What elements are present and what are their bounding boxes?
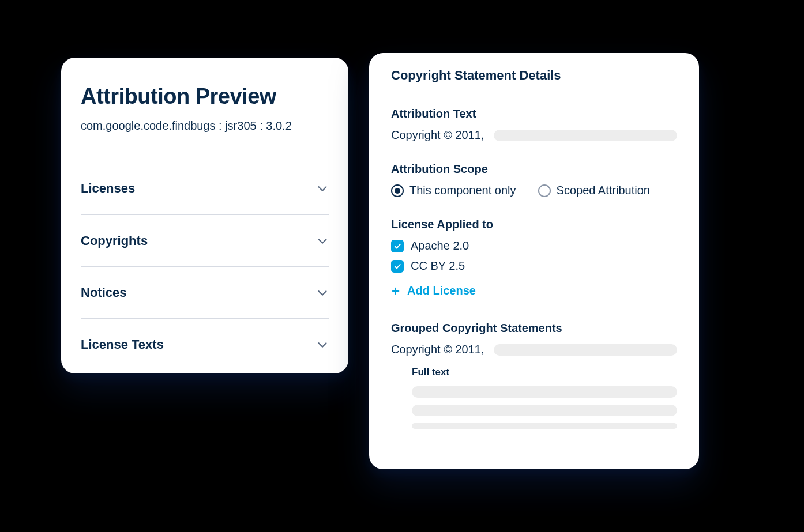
accordion-label: Notices: [81, 285, 126, 300]
redacted-placeholder: [412, 386, 677, 398]
accordion-item-notices[interactable]: Notices: [81, 266, 329, 318]
accordion-item-license-texts[interactable]: License Texts: [81, 318, 329, 370]
panel-title: Copyright Statement Details: [391, 68, 677, 83]
panel-title: Attribution Preview: [81, 84, 329, 109]
grouped-statement-value: Copyright © 2011,: [391, 343, 484, 356]
radio-icon: [391, 184, 404, 197]
radio-icon: [538, 184, 551, 197]
component-coordinates: com.google.code.findbugs : jsr305 : 3.0.…: [81, 119, 329, 133]
radio-label: Scoped Attribution: [557, 184, 650, 197]
accordion-label: Licenses: [81, 181, 135, 196]
redacted-placeholder: [412, 423, 677, 429]
grouped-statement-row: Copyright © 2011,: [391, 343, 677, 356]
accordion-label: Copyrights: [81, 233, 148, 248]
attribution-scope-label: Attribution Scope: [391, 163, 677, 176]
accordion-item-licenses[interactable]: Licenses: [81, 163, 329, 214]
checkbox-label: CC BY 2.5: [411, 259, 465, 273]
redacted-placeholder: [494, 344, 678, 356]
add-license-label: Add License: [407, 284, 476, 297]
attribution-preview-panel: Attribution Preview com.google.code.find…: [61, 58, 348, 373]
plus-icon: [391, 286, 400, 296]
chevron-down-icon: [316, 235, 329, 247]
add-license-button[interactable]: Add License: [391, 284, 677, 297]
attribution-text-label: Attribution Text: [391, 107, 677, 120]
grouped-statements-label: Grouped Copyright Statements: [391, 322, 677, 335]
chevron-down-icon: [316, 286, 329, 299]
full-text-label: Full text: [412, 367, 677, 378]
accordion: Licenses Copyrights Notices License Text…: [81, 163, 329, 370]
copyright-details-panel: Copyright Statement Details Attribution …: [369, 53, 699, 469]
scope-radio-group: This component only Scoped Attribution: [391, 184, 677, 197]
radio-option-this-component[interactable]: This component only: [391, 184, 516, 197]
radio-label: This component only: [409, 184, 516, 197]
accordion-label: License Texts: [81, 337, 164, 352]
chevron-down-icon: [316, 182, 329, 195]
redacted-placeholder: [412, 405, 677, 416]
license-applied-label: License Applied to: [391, 218, 677, 231]
checkbox-label: Apache 2.0: [411, 239, 469, 252]
checkbox-checked-icon: [391, 260, 404, 273]
accordion-item-copyrights[interactable]: Copyrights: [81, 214, 329, 266]
license-checkbox-list: Apache 2.0 CC BY 2.5: [391, 239, 677, 273]
license-checkbox-ccby[interactable]: CC BY 2.5: [391, 259, 677, 273]
attribution-text-value: Copyright © 2011,: [391, 129, 484, 142]
radio-option-scoped[interactable]: Scoped Attribution: [538, 184, 650, 197]
chevron-down-icon: [316, 338, 329, 351]
redacted-placeholder: [494, 130, 678, 141]
full-text-placeholder-block: [412, 386, 677, 429]
attribution-text-row: Copyright © 2011,: [391, 129, 677, 142]
license-checkbox-apache[interactable]: Apache 2.0: [391, 239, 677, 252]
checkbox-checked-icon: [391, 240, 404, 252]
